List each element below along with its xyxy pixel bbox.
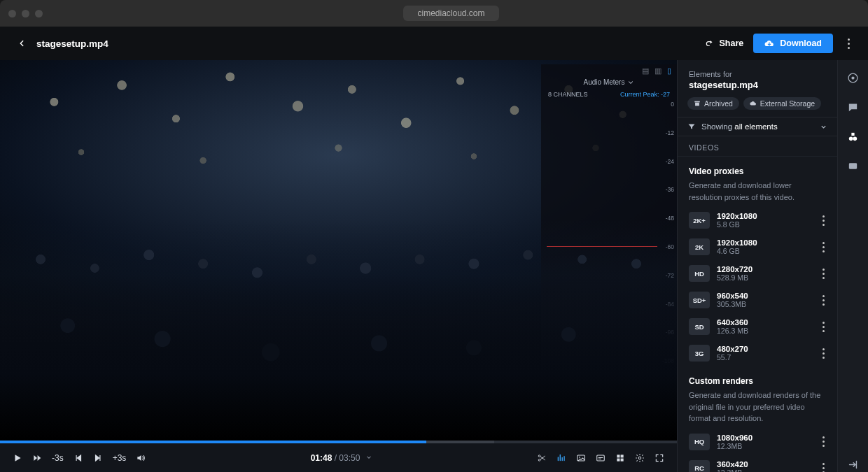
svg-point-9	[638, 457, 641, 459]
download-button[interactable]: Download	[753, 34, 833, 53]
proxy-more-menu[interactable]	[818, 320, 829, 334]
video-proxies-desc: Generate and download lower resolution p…	[689, 180, 826, 203]
proxy-badge: 2K	[689, 238, 710, 255]
caption-icon[interactable]	[596, 453, 606, 463]
playback-bar: -3s +3s 01:48 / 03:50	[0, 441, 677, 472]
proxy-size: 55.7	[717, 353, 811, 362]
fast-forward-button[interactable]	[32, 453, 42, 463]
skip-prev-peak-icon[interactable]: ⏮	[656, 419, 663, 430]
more-menu-button[interactable]	[843, 36, 854, 52]
skip-back-3s[interactable]: -3s	[52, 453, 64, 463]
svg-point-15	[853, 136, 858, 141]
proxy-resolution: 1080x960	[717, 434, 811, 442]
external-storage-pill[interactable]: External Storage	[743, 97, 821, 110]
threshold-decrement[interactable]: −	[592, 421, 603, 429]
db-tick: -120	[660, 386, 674, 393]
scrub-bar[interactable]	[0, 441, 677, 443]
chevron-down-icon	[820, 123, 827, 131]
filter-icon	[687, 122, 696, 131]
share-button[interactable]: Share	[705, 38, 744, 48]
download-label: Download	[780, 38, 822, 48]
custom-render-row[interactable]: HQ1080x96012.3MB	[678, 429, 837, 455]
threshold-increment[interactable]: +	[636, 421, 647, 429]
timecode: 01:48 / 03:50	[311, 453, 372, 463]
proxy-size: 12.3MB	[717, 469, 811, 473]
next-frame-button[interactable]	[93, 453, 103, 463]
svg-rect-4	[597, 455, 605, 460]
svg-point-13	[851, 76, 854, 79]
cut-icon[interactable]	[537, 453, 547, 463]
proxy-more-menu[interactable]	[818, 347, 829, 360]
browser-chrome: cimediacloud.com	[0, 0, 868, 27]
proxy-size: 12.3MB	[717, 442, 811, 450]
image-icon[interactable]	[576, 453, 586, 463]
video-proxy-row[interactable]: SD640x360126.3 MB	[678, 313, 837, 340]
filter-dropdown[interactable]: Showing all elements	[678, 117, 837, 136]
video-proxy-row[interactable]: 2K1920x10804.6 GB	[678, 234, 837, 260]
db-tick: -48	[660, 215, 674, 222]
proxy-resolution: 640x360	[717, 318, 811, 327]
info-tab-icon[interactable]	[846, 70, 861, 85]
proxy-more-menu[interactable]	[818, 214, 829, 227]
levels-icon[interactable]	[556, 453, 566, 463]
archived-pill[interactable]: Archived	[687, 97, 739, 110]
skip-next-peak-icon[interactable]: ⏭	[667, 419, 674, 430]
proxy-more-menu[interactable]	[818, 241, 829, 254]
svg-rect-16	[851, 132, 854, 135]
comments-tab-icon[interactable]	[846, 99, 861, 115]
proxy-more-menu[interactable]	[818, 294, 829, 307]
layout-option-2-icon[interactable]: ▥	[654, 66, 662, 76]
channel-label: 4	[589, 404, 601, 411]
channel-label: 2	[561, 404, 573, 411]
proxy-badge: SD+	[689, 292, 710, 308]
video-proxy-row[interactable]: HD1280x720528.9 MB	[678, 260, 837, 287]
db-tick: -108	[660, 357, 674, 364]
channel-label: 8	[644, 404, 656, 411]
proxy-badge: SD	[689, 318, 710, 335]
video-proxy-row[interactable]: SD+960x540305.3MB	[678, 287, 837, 313]
proxy-more-menu[interactable]	[818, 267, 829, 280]
svg-rect-8	[621, 458, 624, 461]
elements-tab-icon[interactable]	[846, 129, 861, 144]
audio-meter-title[interactable]: Audio Meters	[541, 77, 677, 90]
video-proxy-row[interactable]: 3G480x27055.7	[678, 340, 837, 366]
svg-rect-7	[617, 458, 620, 461]
proxy-more-menu[interactable]	[818, 462, 829, 472]
layout-option-1-icon[interactable]: ▤	[642, 66, 649, 76]
proxy-more-menu[interactable]	[818, 435, 829, 448]
audio-meters: 0-12-24-36-48-60-72-84-96-108-120	[541, 101, 677, 404]
grid-icon[interactable]	[615, 453, 625, 463]
video-proxy-row[interactable]: 2K+1920x10805.8 GB	[678, 207, 837, 234]
threshold-label: THRESHOLD	[548, 421, 587, 428]
back-button[interactable]	[17, 38, 27, 48]
proxy-badge: HD	[689, 265, 710, 282]
video-proxies-title: Video proxies	[689, 166, 826, 176]
traffic-lights	[8, 10, 43, 17]
channel-label: 5	[603, 404, 615, 411]
elements-header-filename: stagesetup.mp4	[689, 80, 826, 90]
db-tick: 0	[660, 101, 674, 108]
svg-point-14	[849, 136, 853, 141]
prev-frame-button[interactable]	[74, 453, 83, 463]
collapse-panel-icon[interactable]	[846, 457, 861, 472]
metadata-tab-icon[interactable]	[846, 158, 861, 173]
current-peak: Current Peak: -27	[620, 91, 670, 98]
url-host: cimediacloud.com	[403, 6, 498, 21]
custom-render-row[interactable]: RC360x42012.3MB	[678, 455, 837, 473]
svg-point-1	[538, 459, 540, 461]
threshold-line	[547, 246, 657, 247]
fullscreen-icon[interactable]	[654, 453, 664, 463]
proxy-size: 305.3MB	[717, 300, 811, 308]
share-label: Share	[720, 38, 744, 48]
layout-option-3-icon[interactable]: ▯	[667, 66, 671, 76]
video-player[interactable]: ▤ ▥ ▯ Audio Meters 8 CHANNELS Current Pe…	[0, 60, 677, 441]
svg-rect-10	[694, 101, 700, 103]
db-tick: -24	[660, 158, 674, 165]
channel-count: 8 CHANNELS	[548, 91, 588, 98]
play-button[interactable]	[13, 453, 22, 463]
threshold-stepper[interactable]: − — 60 dB +	[592, 418, 648, 431]
volume-button[interactable]	[136, 453, 146, 463]
settings-icon[interactable]	[635, 453, 645, 463]
db-tick: -96	[660, 329, 674, 336]
skip-forward-3s[interactable]: +3s	[113, 453, 127, 463]
